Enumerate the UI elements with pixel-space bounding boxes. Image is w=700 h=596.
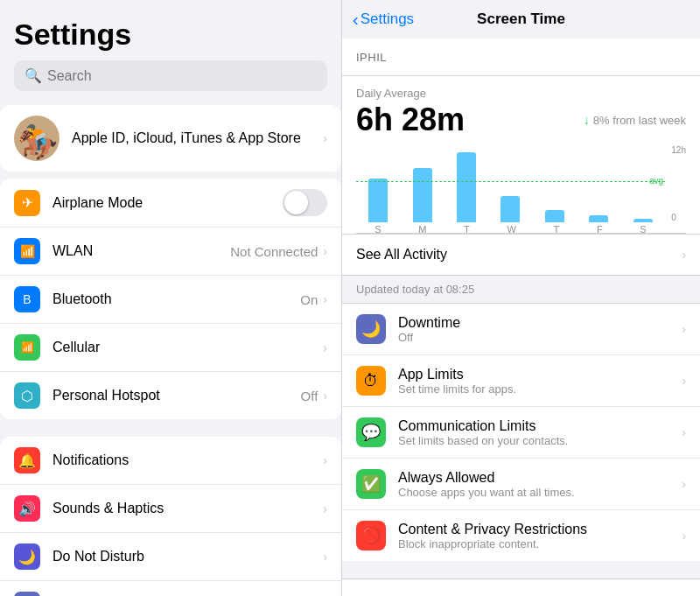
y-label-top: 12h	[671, 145, 686, 155]
apple-id-label: Apple ID, iCloud, iTunes & App Store	[72, 130, 323, 146]
option-app-limits[interactable]: ⏱ App Limits Set time limits for apps. ›	[342, 355, 700, 407]
user-section: IPHIL	[342, 39, 700, 76]
settings-row-screentime[interactable]: ⏳ Screen Time ›	[0, 581, 341, 596]
bar-s1	[368, 179, 388, 222]
cellular-label: Cellular	[52, 340, 323, 355]
day-s1: S	[374, 224, 381, 235]
chart-area: 12h 0 avg	[356, 145, 686, 233]
daily-avg-section: Daily Average 6h 28m ↓ 8% from last week…	[342, 76, 700, 235]
always-allowed-icon: ✅	[356, 469, 386, 499]
option-content-privacy[interactable]: 🚫 Content & Privacy Restrictions Block i…	[342, 510, 700, 561]
wlan-chevron: ›	[323, 244, 327, 258]
nav-back-button[interactable]: ‹ Settings	[353, 10, 414, 30]
trend-down-icon: ↓	[584, 113, 590, 127]
chart-bar-S2	[621, 219, 665, 222]
content-privacy-title: Content & Privacy Restrictions	[398, 522, 682, 537]
downtime-title: Downtime	[398, 315, 682, 331]
search-input[interactable]	[47, 68, 317, 84]
chart-bar-F	[577, 215, 620, 222]
chart-bar-S1	[356, 179, 400, 222]
change-text: 8% from last week	[593, 114, 686, 127]
see-all-chevron: ›	[682, 248, 686, 262]
option-always-allowed[interactable]: ✅ Always Allowed Choose apps you want at…	[342, 459, 700, 510]
nav-back-label: Settings	[360, 11, 414, 28]
comm-limits-chevron: ›	[682, 425, 686, 439]
see-all-row[interactable]: See All Activity ›	[342, 235, 700, 276]
hotspot-icon: ⬡	[14, 382, 40, 409]
search-bar[interactable]: 🔍	[14, 60, 327, 91]
user-label: IPHIL	[356, 51, 387, 64]
y-label-bottom: 0	[671, 213, 686, 222]
comm-limits-text: Communication Limits Set limits based on…	[398, 418, 682, 447]
app-limits-sub: Set time limits for apps.	[398, 382, 682, 396]
nav-title: Screen Time	[477, 11, 565, 28]
settings-row-notifications[interactable]: 🔔 Notifications ›	[0, 437, 341, 485]
settings-row-wlan[interactable]: 📶 WLAN Not Connected ›	[0, 228, 341, 276]
apple-id-row[interactable]: 🏇 Apple ID, iCloud, iTunes & App Store ›	[0, 105, 341, 172]
comm-limits-title: Communication Limits	[398, 418, 682, 434]
downtime-text: Downtime Off	[398, 315, 682, 344]
see-all-label: See All Activity	[356, 247, 447, 263]
settings-section-1: ✈ Airplane Mode 📶 WLAN Not Connected › B…	[0, 179, 341, 419]
passcode-row[interactable]: Change Screen Time Passcode	[342, 578, 700, 596]
airplane-icon: ✈	[14, 190, 40, 216]
updated-text: Updated today at 08:25	[356, 283, 474, 296]
avg-label: avg	[649, 176, 663, 186]
apple-id-text: Apple ID, iCloud, iTunes & App Store	[72, 130, 323, 146]
options-section: 🌙 Downtime Off › ⏱ App Limits Set time l…	[342, 304, 700, 561]
comm-limits-sub: Set limits based on your contacts.	[398, 434, 682, 447]
day-s2: S	[640, 224, 646, 235]
bluetooth-value: On	[300, 292, 318, 307]
option-comm-limits[interactable]: 💬 Communication Limits Set limits based …	[342, 407, 700, 459]
always-allowed-title: Always Allowed	[398, 470, 682, 486]
app-limits-text: App Limits Set time limits for apps.	[398, 367, 682, 396]
bar-t1	[457, 152, 476, 222]
settings-row-hotspot[interactable]: ⬡ Personal Hotspot Off ›	[0, 372, 341, 419]
sounds-label: Sounds & Haptics	[52, 501, 323, 516]
bar-m	[413, 168, 432, 222]
option-downtime[interactable]: 🌙 Downtime Off ›	[342, 304, 700, 355]
downtime-chevron: ›	[682, 322, 686, 336]
day-m: M	[418, 224, 426, 235]
cellular-icon: 📶	[14, 334, 40, 361]
notifications-label: Notifications	[52, 452, 323, 468]
chart-bar-T2	[533, 210, 577, 222]
content-privacy-text: Content & Privacy Restrictions Block ina…	[398, 522, 682, 550]
content-privacy-chevron: ›	[682, 529, 686, 543]
notifications-chevron: ›	[323, 453, 327, 467]
day-w: W	[507, 224, 515, 235]
settings-row-cellular[interactable]: 📶 Cellular ›	[0, 324, 341, 372]
downtime-icon: 🌙	[356, 314, 386, 344]
wlan-icon: 📶	[14, 238, 40, 264]
settings-row-airplane[interactable]: ✈ Airplane Mode	[0, 179, 341, 228]
day-f: F	[597, 224, 603, 235]
always-allowed-sub: Choose apps you want at all times.	[398, 486, 682, 499]
settings-row-dnd[interactable]: 🌙 Do Not Disturb ›	[0, 533, 341, 581]
bluetooth-label: Bluetooth	[52, 291, 300, 307]
content-privacy-sub: Block inappropriate content.	[398, 537, 682, 550]
apple-id-chevron: ›	[323, 131, 327, 145]
chart-day-labels: S M T W T F S	[356, 224, 686, 235]
app-limits-title: App Limits	[398, 367, 682, 382]
screen-time-panel: ‹ Settings Screen Time IPHIL Daily Avera…	[341, 0, 700, 596]
bar-s2	[634, 219, 653, 222]
usage-chart: 12h 0 avg	[356, 138, 686, 234]
notifications-icon: 🔔	[14, 447, 40, 473]
dnd-label: Do Not Disturb	[52, 549, 323, 564]
bluetooth-chevron: ›	[323, 292, 327, 306]
settings-row-bluetooth[interactable]: B Bluetooth On ›	[0, 276, 341, 324]
sounds-icon: 🔊	[14, 495, 40, 522]
day-t2: T	[554, 224, 560, 235]
screentime-icon: ⏳	[14, 592, 40, 596]
sounds-chevron: ›	[323, 501, 327, 515]
content-privacy-icon: 🚫	[356, 521, 386, 550]
day-t1: T	[464, 224, 470, 235]
updated-row: Updated today at 08:25	[342, 276, 700, 304]
settings-row-sounds[interactable]: 🔊 Sounds & Haptics ›	[0, 485, 341, 533]
nav-header: ‹ Settings Screen Time	[342, 0, 700, 39]
change-badge: ↓ 8% from last week	[584, 113, 686, 127]
always-allowed-chevron: ›	[682, 477, 686, 491]
airplane-toggle[interactable]	[283, 189, 327, 216]
downtime-sub: Off	[398, 331, 682, 344]
avg-line	[356, 181, 665, 182]
